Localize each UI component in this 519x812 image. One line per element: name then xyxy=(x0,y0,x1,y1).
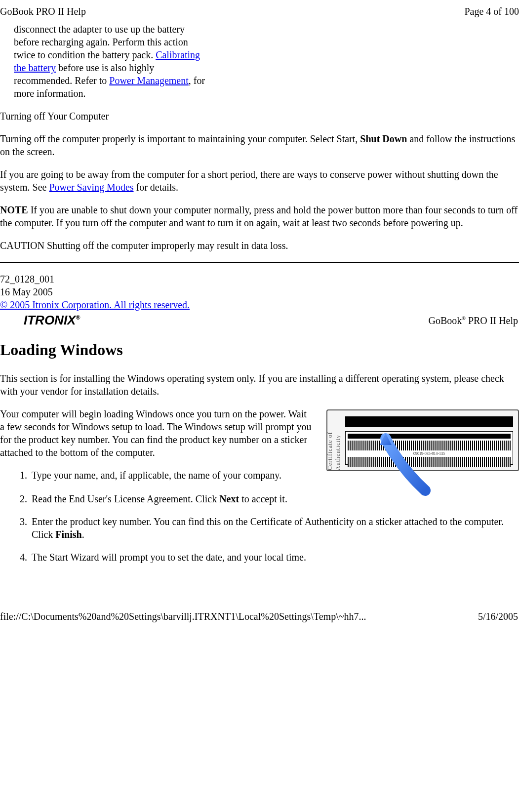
step-2: Read the End User's License Agreement. C… xyxy=(30,492,519,505)
gobook-pre: GoBook xyxy=(428,315,462,326)
part-number: 72_0128_001 xyxy=(0,273,519,285)
doc-date: 16 May 2005 xyxy=(0,285,519,298)
separator-rule xyxy=(0,262,519,263)
turning-off-para-1a: Turning off the computer properly is imp… xyxy=(0,133,360,144)
gobook-sup: ® xyxy=(462,316,466,321)
turning-off-para-2b: for details. xyxy=(134,182,179,193)
section-title-loading-windows: Loading Windows xyxy=(0,340,519,361)
cert-side-text: Certificate of Authenticity xyxy=(326,420,342,470)
page-footer: file://C:\Documents%20and%20Settings\bar… xyxy=(0,603,519,626)
intro-indented-block: disconnect the adapter to use up the bat… xyxy=(0,23,207,100)
step-3-text-a: Enter the product key number. You can fi… xyxy=(32,516,504,540)
step-2-bold: Next xyxy=(219,493,239,504)
doc-info-block: 72_0128_001 16 May 2005 © 2005 Itronix C… xyxy=(0,273,519,311)
shut-down-bold: Shut Down xyxy=(360,133,407,144)
turning-off-heading: Turning off Your Computer xyxy=(0,110,519,122)
itronix-row: ITRONIX® GoBook® PRO II Help xyxy=(0,312,519,329)
header-left: GoBook PRO II Help xyxy=(0,5,86,18)
gobook-pro-label: GoBook® PRO II Help xyxy=(428,314,518,327)
step-4-text: The Start Wizard will prompt you to set … xyxy=(32,552,306,563)
caution-para: CAUTION Shutting off the computer improp… xyxy=(0,239,519,252)
page-header: GoBook PRO II Help Page 4 of 100 xyxy=(0,0,519,23)
step-2-text-b: to accept it. xyxy=(239,493,287,504)
header-right: Page 4 of 100 xyxy=(464,5,519,18)
step-3-text-b: . xyxy=(82,529,84,540)
step-4: The Start Wizard will prompt you to set … xyxy=(30,551,519,564)
footer-left: file://C:\Documents%20and%20Settings\bar… xyxy=(0,610,366,623)
itronix-logo: ITRONIX® xyxy=(0,312,80,329)
note-text: If you are unable to shut down your comp… xyxy=(0,204,518,228)
loading-para-1: This section is for installing the Windo… xyxy=(0,372,519,398)
coa-sticker-image: Certificate of Authenticity 09019-035-81… xyxy=(326,409,519,488)
turning-off-para-2: If you are going to be away from the com… xyxy=(0,168,519,194)
link-power-management[interactable]: Power Management xyxy=(109,75,189,86)
note-label: NOTE xyxy=(0,204,28,215)
arrow-icon xyxy=(371,436,435,495)
turning-off-para-1: Turning off the computer properly is imp… xyxy=(0,132,519,158)
note-para: NOTE If you are unable to shut down your… xyxy=(0,203,519,229)
link-copyright[interactable]: © 2005 Itronix Corporation. All rights r… xyxy=(0,299,190,310)
step-1-text: Type your name, and, if applicable, the … xyxy=(32,470,281,481)
logo-reg: ® xyxy=(76,314,80,321)
step-3-bold: Finish xyxy=(55,529,81,540)
footer-right: 5/16/2005 xyxy=(478,610,518,623)
step-2-text-a: Read the End User's License Agreement. C… xyxy=(32,493,219,504)
logo-text: ITRONIX xyxy=(24,313,76,327)
step-3: Enter the product key number. You can fi… xyxy=(30,515,519,541)
link-power-saving-modes[interactable]: Power Saving Modes xyxy=(49,182,133,193)
gobook-post: PRO II Help xyxy=(466,315,518,326)
cert-black-bar xyxy=(345,416,513,427)
body-content: disconnect the adapter to use up the bat… xyxy=(0,23,519,573)
